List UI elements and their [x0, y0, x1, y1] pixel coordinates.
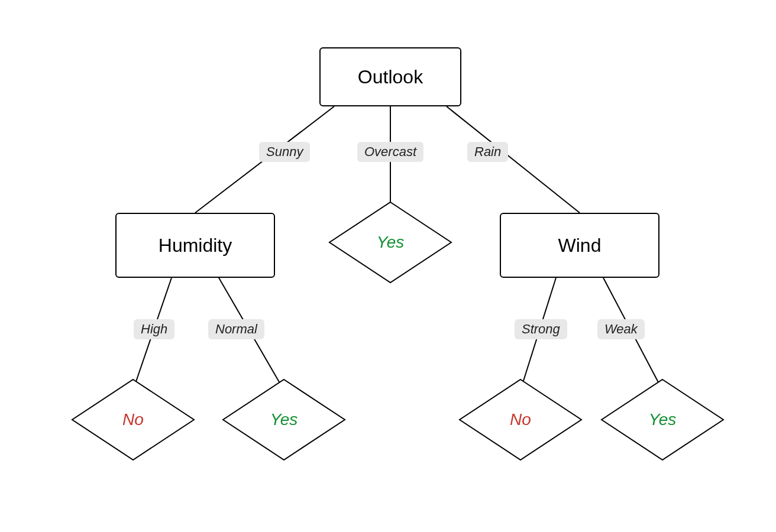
edge-label-sunny: Sunny	[259, 142, 310, 162]
leaf-wind-weak-yes: Yes	[600, 378, 725, 461]
leaf-overcast-yes-label: Yes	[377, 233, 405, 252]
leaf-humidity-normal-label: Yes	[270, 410, 298, 429]
leaf-overcast-yes: Yes	[328, 201, 452, 284]
svg-line-2	[447, 106, 580, 213]
edge-label-normal: Normal	[208, 319, 264, 339]
node-humidity-label: Humidity	[159, 235, 232, 257]
node-wind: Wind	[500, 213, 659, 278]
node-outlook-label: Outlook	[358, 66, 423, 88]
decision-tree-diagram: Outlook Sunny Overcast Rain Humidity Win…	[0, 0, 776, 532]
edge-label-rain: Rain	[467, 142, 508, 162]
node-wind-label: Wind	[558, 235, 602, 257]
leaf-humidity-normal-yes: Yes	[222, 378, 346, 461]
node-outlook: Outlook	[319, 47, 461, 106]
leaf-humidity-high-no: No	[71, 378, 195, 461]
edge-label-weak: Weak	[597, 319, 645, 339]
edge-label-high: High	[134, 319, 174, 339]
leaf-wind-strong-label: No	[510, 410, 531, 429]
node-humidity: Humidity	[115, 213, 275, 278]
leaf-humidity-high-label: No	[122, 410, 144, 429]
edge-label-overcast: Overcast	[357, 142, 423, 162]
leaf-wind-strong-no: No	[458, 378, 583, 461]
edge-label-strong: Strong	[515, 319, 567, 339]
leaf-wind-weak-label: Yes	[649, 410, 677, 429]
